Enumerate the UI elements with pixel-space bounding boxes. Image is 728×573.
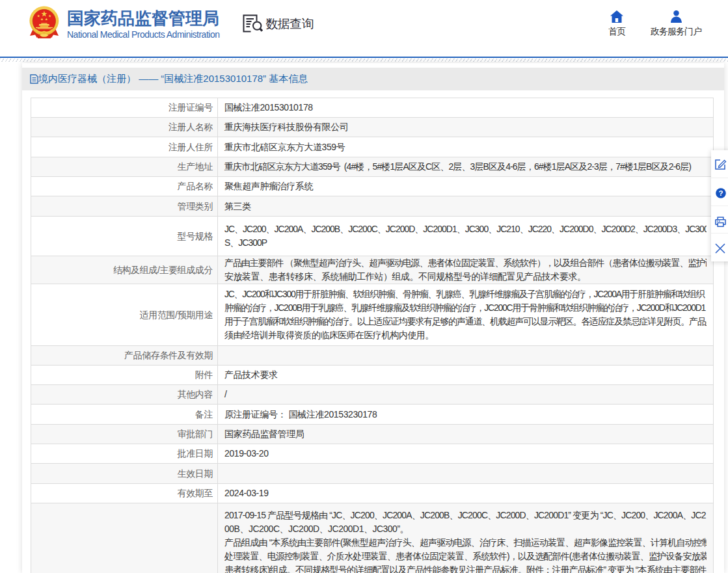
svg-text:?: ? — [718, 189, 723, 197]
